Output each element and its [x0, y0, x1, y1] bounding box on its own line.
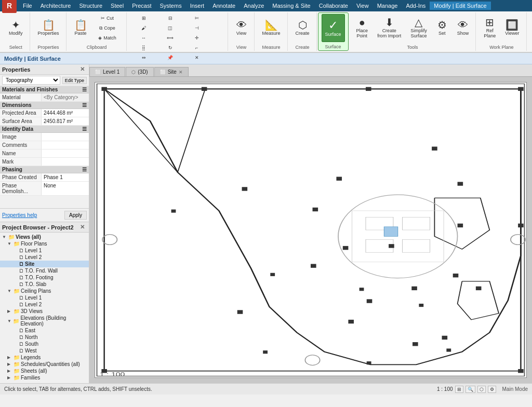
tree-item-north[interactable]: 🗋North: [0, 334, 89, 341]
dimensions-section-header[interactable]: Dimensions ☰: [0, 102, 89, 109]
offset-button[interactable]: ↔: [131, 33, 157, 43]
place-point-button[interactable]: ● PlacePoint: [353, 13, 372, 42]
menu-item-file[interactable]: File: [19, 2, 36, 10]
tree-item-level-1[interactable]: 🗋Level 1: [0, 294, 89, 301]
menu-item-steel[interactable]: Steel: [107, 2, 128, 10]
align-button[interactable]: ⊣: [184, 23, 210, 33]
menu-item-analyze[interactable]: Analyze: [240, 2, 268, 10]
scale-button[interactable]: ⇔: [131, 53, 157, 62]
mark-value[interactable]: [42, 158, 89, 166]
tree-item-families[interactable]: ▶📁Families: [0, 374, 89, 381]
create-button[interactable]: ⬡ Create: [292, 13, 313, 42]
tree-item-legends[interactable]: ▶📁Legends: [0, 354, 89, 361]
drawing-canvas[interactable]: 1 : 100: [95, 82, 527, 378]
tab-site[interactable]: ⬜ Site ✕: [154, 67, 189, 76]
split-face-icon: ◫: [168, 25, 172, 31]
cut-button[interactable]: ✂Cut: [92, 13, 123, 23]
tree-item-south[interactable]: 🗋South: [0, 341, 89, 347]
properties-close-button[interactable]: ✕: [78, 65, 87, 73]
menu-item-systems[interactable]: Systems: [155, 2, 185, 10]
ref-plane-button[interactable]: ⊞ RefPlane: [480, 13, 499, 42]
match-button[interactable]: ◈Match: [92, 33, 123, 43]
project-browser-close-button[interactable]: ✕: [78, 223, 87, 231]
tab-site-close-button[interactable]: ✕: [179, 70, 183, 75]
identity-section-header[interactable]: Identity Data ☰: [0, 126, 89, 133]
scale-button[interactable]: ⊞: [455, 386, 463, 393]
join-button[interactable]: ⊞: [131, 13, 157, 23]
surface-button[interactable]: ✓ Surface: [322, 14, 345, 42]
phase-created-value[interactable]: Phase 1: [42, 173, 89, 181]
edit-type-button[interactable]: Edit Type: [62, 77, 87, 84]
tab-3d[interactable]: ⬡ (3D): [126, 67, 153, 76]
comments-value[interactable]: [42, 141, 89, 149]
materials-section-header[interactable]: Materials and Finishes ☰: [0, 86, 89, 93]
site-tab-icon: ⬜: [160, 70, 166, 75]
apply-button[interactable]: Apply: [64, 211, 87, 220]
set-button[interactable]: ⚙ Set: [433, 13, 451, 42]
tree-item-ceiling-plans[interactable]: ▼📁Ceiling Plans: [0, 288, 89, 294]
cut-geom-button[interactable]: ✄: [184, 13, 210, 23]
material-value[interactable]: <By Category>: [42, 93, 89, 101]
image-value[interactable]: [42, 133, 89, 141]
menu-item-modify[interactable]: Modify | Edit Surface: [430, 2, 490, 10]
zoom-button[interactable]: 🔍: [466, 386, 475, 393]
array-button[interactable]: ⣿: [131, 43, 157, 52]
view-button[interactable]: 👁 View: [232, 13, 251, 42]
properties-help-link[interactable]: Properties help: [2, 212, 37, 218]
align-icon: ⊣: [195, 25, 199, 31]
paste-button[interactable]: 📋 Paste: [71, 13, 91, 42]
menu-item-precast[interactable]: Precast: [128, 2, 155, 10]
tree-item-level-2[interactable]: 🗋Level 2: [0, 254, 89, 261]
settings-status-button[interactable]: ⚙: [488, 386, 496, 393]
trim-button[interactable]: ⌐: [184, 43, 210, 52]
show-button[interactable]: 👁 Show: [454, 13, 473, 42]
menu-item-structure[interactable]: Structure: [75, 2, 107, 10]
modify-button[interactable]: ✦ Modify: [5, 13, 26, 42]
tree-item-t.o.-footing[interactable]: 🗋T.O. Footing: [0, 274, 89, 281]
copy-button[interactable]: ⧉Cope: [92, 23, 123, 33]
delete-button[interactable]: ✕: [184, 53, 210, 62]
tree-item-site[interactable]: 🗋Site: [0, 261, 89, 267]
tree-item-sheets-all[interactable]: ▶📁Sheets (all): [0, 368, 89, 374]
measure-button[interactable]: 📐 Measure: [259, 13, 284, 42]
menu-item-view[interactable]: View: [352, 2, 373, 10]
phase-demolish-value[interactable]: None: [42, 182, 89, 195]
phasing-section-header[interactable]: Phasing ☰: [0, 166, 89, 173]
name-value[interactable]: [42, 150, 89, 157]
rotate-button[interactable]: ↻: [157, 43, 183, 52]
create-from-import-button[interactable]: ⬇ Createfrom Import: [374, 13, 405, 42]
tree-item-level-2[interactable]: 🗋Level 2: [0, 301, 89, 308]
tree-item-east[interactable]: 🗋East: [0, 327, 89, 334]
tree-item-west[interactable]: 🗋West: [0, 347, 89, 354]
tree-item-t.o.-slab[interactable]: 🗋T.O. Slab: [0, 281, 89, 288]
tree-item-elevations-building-elevation[interactable]: ▼📁Elevations (Building Elevation): [0, 315, 89, 327]
type-selector[interactable]: Topography: [2, 76, 60, 85]
menu-item-insert[interactable]: Insert: [186, 2, 209, 10]
menu-item-addins[interactable]: Add-Ins: [402, 2, 430, 10]
tree-item-floor-plans[interactable]: ▼📁Floor Plans: [0, 240, 89, 247]
tree-item-views-all[interactable]: ▼📁Views (all): [0, 234, 89, 240]
tree-item-t.o.-fnd.-wall[interactable]: 🗋T.O. Fnd. Wall: [0, 267, 89, 274]
wall-join-button[interactable]: ⊟: [157, 13, 183, 23]
tab-level1[interactable]: ⬜ Level 1: [89, 67, 125, 76]
pin-icon: 📌: [167, 55, 173, 60]
simplify-surface-button[interactable]: △ SimplifySurface: [407, 13, 431, 42]
pin-button[interactable]: 📌: [157, 53, 183, 62]
view-mode-button[interactable]: ⬡: [477, 386, 486, 393]
menu-item-annotate[interactable]: Annotate: [208, 2, 240, 10]
move-button[interactable]: ✛: [184, 33, 210, 43]
mirror-button[interactable]: ⟺: [157, 33, 183, 43]
tree-item-schedules/quantities-all[interactable]: ▶📁Schedules/Quantities (all): [0, 361, 89, 368]
viewer-button[interactable]: 🔲 Viewer: [501, 13, 523, 42]
tree-item-level-1[interactable]: 🗋Level 1: [0, 247, 89, 254]
menu-item-architecture[interactable]: Architecture: [36, 2, 75, 10]
revit-icon[interactable]: R: [2, 0, 17, 13]
properties-button[interactable]: 📋 Properties: [34, 13, 63, 42]
menu-item-manage[interactable]: Manage: [373, 2, 402, 10]
split-face-button[interactable]: ◫: [157, 23, 183, 33]
menu-item-massing[interactable]: Massing & Site: [268, 2, 314, 10]
paint-button[interactable]: 🖌: [131, 23, 157, 33]
tree-icon: 🗋: [19, 281, 24, 287]
tree-item-3d-views[interactable]: ▶📁3D Views: [0, 308, 89, 315]
menu-item-collaborate[interactable]: Collaborate: [315, 2, 352, 10]
